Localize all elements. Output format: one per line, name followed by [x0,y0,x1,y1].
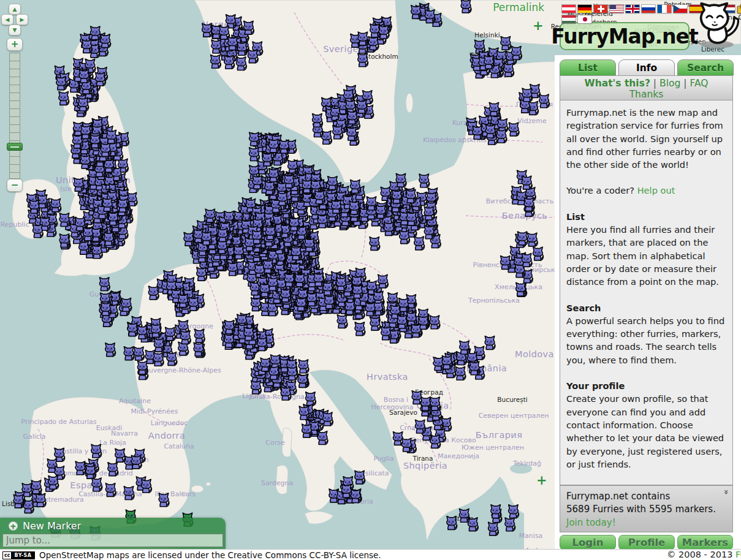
join-today-link[interactable]: Join today! [566,517,616,528]
flag-de-icon[interactable] [578,5,591,13]
furry-marker[interactable] [244,21,254,34]
furry-marker[interactable] [396,173,406,187]
furry-marker[interactable] [75,461,86,475]
furry-marker[interactable] [79,69,89,83]
furry-marker[interactable] [392,190,403,203]
furry-marker[interactable] [461,0,471,13]
furry-marker[interactable] [279,140,290,153]
furry-marker[interactable] [297,297,307,311]
furry-marker[interactable] [101,143,111,157]
furry-marker[interactable] [284,175,295,188]
furry-marker[interactable] [496,129,507,143]
flag-at-icon[interactable] [562,5,576,13]
furry-marker[interactable] [447,516,457,530]
furry-marker[interactable] [244,327,254,341]
furry-marker[interactable] [324,295,335,309]
furry-marker[interactable] [251,298,261,311]
furry-marker[interactable] [348,111,358,124]
furry-marker[interactable] [401,438,412,452]
furry-marker[interactable] [105,343,116,357]
furry-marker[interactable] [127,323,138,336]
furry-marker[interactable] [124,347,134,360]
furry-marker[interactable] [368,37,379,50]
cc-by-sa-badge[interactable]: cc BY-SA [2,551,35,559]
furry-marker[interactable] [524,198,534,211]
furry-marker[interactable] [406,189,416,203]
furry-marker[interactable] [262,153,273,166]
furry-marker[interactable] [249,132,260,146]
furry-marker[interactable] [351,180,361,194]
furry-marker[interactable] [421,397,431,411]
furry-marker[interactable] [302,424,313,437]
furry-marker[interactable] [237,42,248,55]
furry-marker[interactable] [257,338,268,351]
furry-marker[interactable] [355,322,365,336]
furry-marker[interactable] [184,232,194,246]
furry-marker[interactable] [86,465,96,479]
furry-marker[interactable] [268,277,278,290]
pan-right-button[interactable]: ▶ [16,14,28,25]
furry-marker[interactable] [501,36,511,50]
furry-marker[interactable] [270,355,281,368]
tab-search[interactable]: Search [677,59,734,75]
zoom-slider-track[interactable] [9,53,20,179]
furry-marker[interactable] [352,285,363,298]
furry-marker[interactable] [406,312,417,325]
tab-info[interactable]: Info [618,59,675,75]
furry-marker[interactable] [101,34,111,48]
login-button[interactable]: Login [560,535,616,550]
furry-marker[interactable] [78,97,89,111]
furry-marker[interactable] [91,444,102,458]
furry-marker[interactable] [194,342,204,356]
furry-marker[interactable] [305,238,315,252]
furry-marker[interactable] [92,478,102,491]
furry-marker[interactable] [307,292,317,306]
profile-button[interactable]: Profile [618,535,675,550]
furry-marker[interactable] [105,483,116,497]
furry-marker[interactable] [48,475,59,489]
whats-this-link[interactable]: What's this? [585,78,650,89]
furry-marker[interactable] [287,367,298,380]
furry-marker[interactable] [469,361,480,375]
furry-marker[interactable] [236,57,246,70]
furry-marker[interactable] [251,380,262,394]
furry-marker[interactable] [522,176,532,189]
furry-marker[interactable] [228,262,238,276]
furry-marker[interactable] [142,479,152,493]
furry-marker[interactable] [505,518,515,531]
furry-marker[interactable] [224,334,235,347]
furry-marker[interactable] [218,229,229,242]
furry-marker[interactable] [234,246,245,259]
furry-marker[interactable] [260,358,271,371]
furry-marker[interactable] [269,168,279,182]
furry-marker[interactable] [249,148,260,161]
furry-marker[interactable] [455,366,466,380]
furry-marker[interactable] [332,200,342,213]
furry-marker[interactable] [253,176,263,189]
flag-fr-icon[interactable] [658,5,671,13]
furry-marker[interactable] [224,55,235,69]
furry-marker[interactable] [509,123,519,136]
help-out-link[interactable]: Help out [637,185,675,195]
furry-marker[interactable] [124,486,134,500]
furry-marker[interactable] [148,286,159,300]
furry-marker[interactable] [137,361,148,374]
furry-marker[interactable] [491,505,501,518]
furry-marker[interactable] [328,176,338,190]
furry-marker[interactable] [459,509,469,522]
furry-marker[interactable] [134,347,145,360]
furry-marker[interactable] [108,463,118,476]
furry-marker[interactable] [504,63,514,77]
furry-marker[interactable] [56,77,67,90]
furry-marker[interactable] [355,471,365,484]
furry-marker[interactable] [82,40,93,53]
furry-marker[interactable] [370,317,381,330]
furry-marker[interactable] [411,6,422,19]
furry-marker[interactable] [516,282,526,296]
furry-marker[interactable] [298,360,309,373]
furry-marker[interactable] [265,226,276,240]
furry-marker[interactable] [517,232,528,245]
furry-marker[interactable] [180,331,191,344]
furry-marker[interactable] [485,124,496,138]
furry-marker[interactable] [211,55,221,68]
